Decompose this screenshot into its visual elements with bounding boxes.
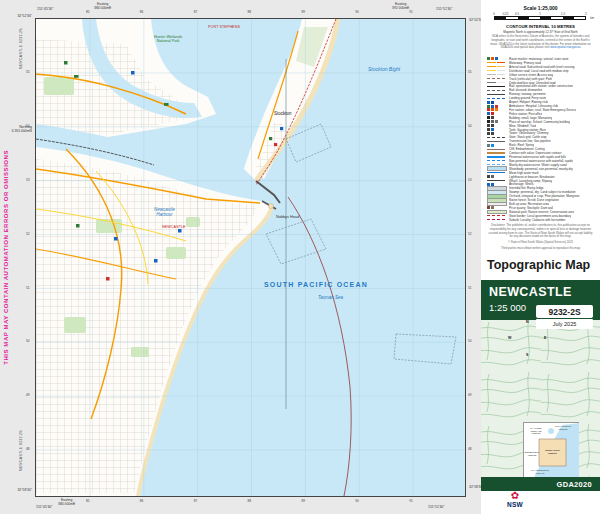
scale-bar: 00.250.511.52 km xyxy=(494,12,586,21)
grid-number: 88 xyxy=(248,10,252,14)
label-hunter-wetlands: Hunter Wetlands National Park xyxy=(154,35,182,44)
scale-bar-segments xyxy=(494,16,586,21)
grid-number: 86 xyxy=(140,10,144,14)
collar-easting-bottom: Easting 384 000mE xyxy=(58,499,75,507)
map-title: NEWCASTLE xyxy=(489,285,572,299)
grid-number: 90 xyxy=(355,10,359,14)
grid-number: 86 xyxy=(140,499,144,503)
grid-number: 91 xyxy=(409,499,413,503)
grid-number: 52 xyxy=(468,232,472,236)
copyright-text: © State of New South Wales (Spatial Serv… xyxy=(488,241,593,245)
sheet-label-vertical-top-left: NEWCASTLE 9232-2S xyxy=(19,28,23,69)
grid-number: 54 xyxy=(468,124,472,128)
grid-number: 85 xyxy=(86,499,90,503)
grid-number: 91 xyxy=(409,10,413,14)
product-type-heading: Topographic Map xyxy=(487,258,590,272)
legend-row: Suburb; Locality; Cadastre with lot numb… xyxy=(487,218,597,222)
adjoining-maps-index: RAYMOND TERRACE 9232-3N WILLIAMTOWN 9232… xyxy=(523,422,579,478)
sheet-label-vertical-bottom-left: NEWCASTLE 9232-2S xyxy=(19,430,23,471)
grid-number: 89 xyxy=(301,10,305,14)
label-stockton: Stockton xyxy=(274,111,292,116)
index-label-n: WILLIAMTOWN 9232-2N xyxy=(552,425,574,430)
scale-tick: 0.5 xyxy=(515,12,519,16)
scale-bar-ticks: 00.250.511.52 xyxy=(494,12,586,15)
grid-number: 88 xyxy=(248,499,252,503)
datum-band: GDA2020 xyxy=(481,477,600,491)
disclaimer-block: Disclaimer: The publisher of, and/or con… xyxy=(488,224,593,250)
scale-tick: 0 xyxy=(493,12,495,16)
sheet-number-badge: 9232-2S xyxy=(536,305,593,318)
label-tasman-sea: Tasman Sea xyxy=(318,295,343,300)
disclaimer-text: Disclaimer: The publisher of, and/or con… xyxy=(488,224,593,239)
topographic-map-graphic xyxy=(36,19,465,496)
grid-number: 49 xyxy=(26,393,30,397)
nsw-logo-text: NSW xyxy=(503,501,527,508)
automation-warning-vertical-text: THIS MAP MAY CONTAIN AUTOMATION ERRORS O… xyxy=(3,150,9,365)
grid-number: 55 xyxy=(468,70,472,74)
label-south-pacific-ocean: SOUTH PACIFIC OCEAN xyxy=(264,281,368,289)
grid-number: 85 xyxy=(86,10,90,14)
collar-easting-top: Easting 384 000mE xyxy=(94,3,111,11)
index-label-nw: RAYMOND TERRACE 9232-3N xyxy=(525,427,547,435)
grid-number: 50 xyxy=(468,339,472,343)
datum-label: GDA2020 xyxy=(557,480,592,489)
map-collar-panel: Scale 1:25,000 00.250.511.52 km CONTOUR … xyxy=(481,0,600,514)
compass-e: E xyxy=(544,336,546,340)
grid-number: 53 xyxy=(26,178,30,182)
compass-s: S xyxy=(526,353,528,357)
label-port-stephens: PORT STEPHENS xyxy=(208,25,240,29)
scale-title: Scale 1:25,000 xyxy=(481,5,600,11)
contour-interval-text: CONTOUR INTERVAL 10 METRES xyxy=(481,24,600,29)
label-newcastle-lga: NEWCASTLE xyxy=(162,225,186,229)
waratah-icon: ✿ xyxy=(503,491,527,501)
legend-list: Route marker: motorway; arterial; state … xyxy=(487,57,597,222)
grid-number: 50 xyxy=(26,339,30,343)
label-stockton-bight: Stockton Bight xyxy=(368,67,400,73)
label-newcastle-harbour: Newcastle Harbour xyxy=(154,207,175,217)
nobbys-head-point xyxy=(269,204,274,209)
grid-number: 53 xyxy=(468,178,472,182)
collar-lon-bottom-right: 151°51'30" xyxy=(428,506,444,510)
grid-number: 87 xyxy=(194,499,198,503)
index-label-center: NEWCASTLE 9232-2S xyxy=(540,449,565,454)
collar-easting-top-right: Easting 392 000mE xyxy=(392,3,409,11)
scale-unit: km xyxy=(590,16,594,20)
scale-tick: 0.25 xyxy=(503,12,508,16)
scale-tick: 1.5 xyxy=(561,12,565,16)
collar-lon-top-right: 151°51'30" xyxy=(436,8,452,12)
grid-number: 54 xyxy=(26,124,30,128)
grid-number: 51 xyxy=(468,286,472,290)
grid-number: 48 xyxy=(468,447,472,451)
map-scale: 1:25 000 xyxy=(489,302,526,313)
index-label-w: BERESFIELD 9232-3S xyxy=(524,451,540,456)
grid-number: 52 xyxy=(26,232,30,236)
nsw-government-logo: ✿ NSW xyxy=(503,491,527,508)
datum-link: www.spatial.nsw.gov.au xyxy=(550,45,580,49)
scale-tick: 1 xyxy=(539,12,541,16)
grid-number: 51 xyxy=(26,286,30,290)
grid-number: 55 xyxy=(26,70,30,74)
collar-lon-bottom-left: 151°45'30" xyxy=(36,506,52,510)
map-canvas: Stockton Newcastle Harbour Nobbys Head S… xyxy=(35,18,466,497)
scale-tick: 2 xyxy=(585,12,587,16)
collar-lat-top-left: 32°52'30" xyxy=(6,15,32,19)
grid-number: 48 xyxy=(26,447,30,451)
grid-number: 90 xyxy=(355,499,359,503)
index-label-sw: CHARLESTOWN 9231-1N xyxy=(530,469,550,474)
compass-n: N xyxy=(526,320,529,324)
legend-label: Suburb; Locality; Cadastre with lot numb… xyxy=(509,218,566,222)
grid-number: 49 xyxy=(468,393,472,397)
label-nobbys-head: Nobbys Head xyxy=(276,215,299,219)
compass-w: W xyxy=(508,336,511,340)
edition-date-badge: July 2025 xyxy=(536,319,593,329)
datum-note: GDA refers to the Geocentric Datum of Au… xyxy=(488,35,593,50)
map-product-sheet: Stockton Newcastle Harbour Nobbys Head S… xyxy=(0,0,600,514)
approval-text: Third parties must obtain written approv… xyxy=(488,247,593,251)
grid-number: 89 xyxy=(301,499,305,503)
collar-lon-top-left: 151°45'30" xyxy=(37,8,53,12)
collar-lat-bottom-left: 32°58'30" xyxy=(6,489,32,493)
grid-number: 87 xyxy=(194,10,198,14)
